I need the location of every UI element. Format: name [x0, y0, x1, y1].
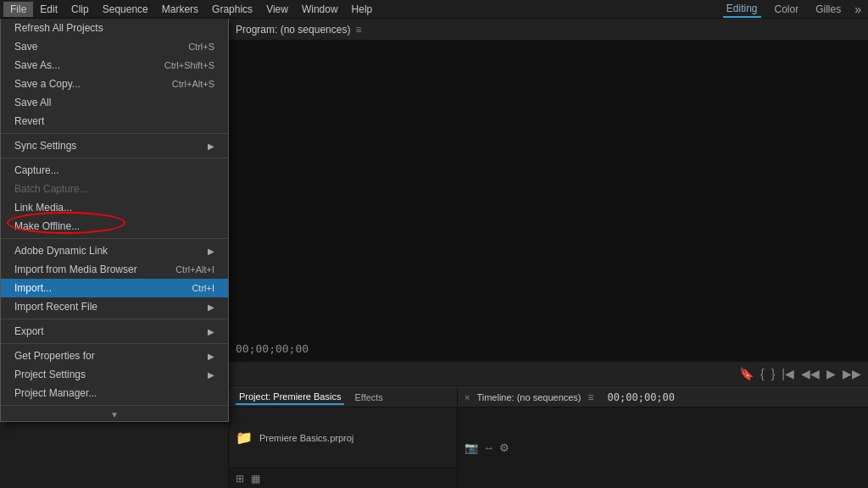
program-monitor-controls: 🔖 { } |◀ ◀◀ ▶ ▶▶ [229, 362, 868, 385]
menu-link-media[interactable]: Link Media... [1, 198, 228, 217]
project-bottom-bar: ⊞ ▦ [229, 468, 457, 488]
menu-graphics[interactable]: Graphics [205, 2, 259, 17]
menu-project-manager[interactable]: Project Manager... [1, 384, 228, 402]
project-folder-icon: 📁 [236, 430, 253, 446]
menu-file[interactable]: File [3, 2, 33, 17]
timeline-panel: × Timeline: (no sequences) ≡ 00;00;00;00… [458, 386, 868, 488]
workspace-color[interactable]: Color [771, 2, 803, 17]
menu-view[interactable]: View [259, 2, 295, 17]
dropdown-scroll-more: ▼ [1, 408, 228, 421]
menu-import-from-media-browser[interactable]: Import from Media Browser Ctrl+Alt+I [1, 260, 228, 279]
menu-project-settings[interactable]: Project Settings ▶ [1, 365, 228, 384]
tab-effects[interactable]: Effects [351, 391, 386, 404]
menu-capture[interactable]: Capture... [1, 161, 228, 180]
timeline-header: × Timeline: (no sequences) ≡ 00;00;00;00 [458, 387, 868, 408]
menu-batch-capture: Batch Capture... [1, 180, 228, 198]
workspace-bar: Editing Color Gilles » [723, 0, 868, 19]
workspace-expand-icon[interactable]: » [854, 3, 861, 16]
menu-import[interactable]: Import... Ctrl+I [1, 279, 228, 297]
pm-btn-play[interactable]: ▶ [826, 367, 836, 380]
project-content: 📁 Premiere Basics.prproj [229, 408, 457, 468]
menu-window[interactable]: Window [295, 2, 345, 17]
menu-refresh-all-projects[interactable]: Refresh All Projects [1, 19, 228, 37]
menu-save[interactable]: Save Ctrl+S [1, 37, 228, 56]
tab-project[interactable]: Project: Premiere Basics [236, 390, 344, 405]
menu-export[interactable]: Export ▶ [1, 322, 228, 341]
timeline-content: 📷 ↔ ⚙ [458, 408, 868, 488]
program-monitor: Program: (no sequences) ≡ 00;00;00;00 🔖 … [229, 19, 868, 386]
program-monitor-title: Program: (no sequences) [236, 24, 350, 36]
menu-save-as[interactable]: Save As... Ctrl+Shift+S [1, 56, 228, 75]
program-monitor-content: 00;00;00;00 [229, 41, 868, 362]
timeline-title: Timeline: (no sequences) [476, 392, 581, 402]
pm-btn-bookmark[interactable]: 🔖 [739, 367, 754, 380]
pm-btn-mark-out[interactable]: } [771, 367, 776, 380]
workspace-editing[interactable]: Editing [723, 1, 761, 18]
program-timecode: 00;00;00;00 [236, 342, 309, 355]
separator-3 [1, 238, 228, 239]
project-icon-view[interactable]: ▦ [251, 473, 260, 485]
menubar: File Edit Clip Sequence Markers Graphics… [0, 0, 868, 19]
workspace-user[interactable]: Gilles [812, 2, 844, 17]
menu-help[interactable]: Help [345, 2, 380, 17]
project-name-label: Premiere Basics.prproj [259, 433, 353, 443]
project-list-icon[interactable]: ⊞ [236, 473, 244, 485]
menu-edit[interactable]: Edit [33, 2, 64, 17]
tl-btn-camera[interactable]: 📷 [465, 441, 478, 454]
menu-sync-settings[interactable]: Sync Settings ▶ [1, 136, 228, 155]
menu-revert[interactable]: Revert [1, 112, 228, 130]
file-dropdown: Refresh All Projects Save Ctrl+S Save As… [0, 19, 229, 422]
pm-btn-mark-in[interactable]: { [760, 367, 765, 380]
project-panel: Project: Premiere Basics Effects 📁 Premi… [229, 386, 458, 488]
right-panel: Program: (no sequences) ≡ 00;00;00;00 🔖 … [229, 19, 868, 488]
pm-btn-go-to-in[interactable]: |◀ [782, 367, 794, 380]
bottom-section: Project: Premiere Basics Effects 📁 Premi… [229, 386, 868, 488]
menu-make-offline[interactable]: Make Offline... [1, 217, 228, 236]
program-monitor-header: Program: (no sequences) ≡ [229, 19, 868, 41]
program-monitor-menu-icon[interactable]: ≡ [355, 24, 361, 36]
menu-save-all[interactable]: Save All [1, 93, 228, 112]
menu-sequence[interactable]: Sequence [96, 2, 155, 17]
pm-btn-step-back[interactable]: ◀◀ [801, 367, 820, 380]
menu-save-copy[interactable]: Save a Copy... Ctrl+Alt+S [1, 75, 228, 93]
timeline-close-btn[interactable]: × [465, 392, 470, 402]
separator-6 [1, 405, 228, 406]
tl-btn-fit[interactable]: ↔ [483, 441, 494, 454]
separator-2 [1, 158, 228, 158]
left-panel: Refresh All Projects Save Ctrl+S Save As… [0, 19, 229, 488]
menu-get-properties[interactable]: Get Properties for ▶ [1, 347, 228, 365]
menu-clip[interactable]: Clip [64, 2, 96, 17]
tl-btn-settings[interactable]: ⚙ [499, 441, 509, 454]
pm-btn-step-fwd[interactable]: ▶▶ [843, 367, 861, 380]
menu-import-recent-file[interactable]: Import Recent File ▶ [1, 297, 228, 316]
main-layout: Refresh All Projects Save Ctrl+S Save As… [0, 19, 868, 488]
timeline-controls: 📷 ↔ ⚙ [465, 441, 509, 454]
separator-1 [1, 133, 228, 134]
menu-adobe-dynamic-link[interactable]: Adobe Dynamic Link ▶ [1, 241, 228, 260]
project-panel-header: Project: Premiere Basics Effects [229, 387, 457, 408]
timeline-menu-icon[interactable]: ≡ [588, 391, 594, 403]
separator-4 [1, 319, 228, 319]
separator-5 [1, 343, 228, 344]
timeline-timecode: 00;00;00;00 [608, 391, 675, 403]
menu-markers[interactable]: Markers [155, 2, 205, 17]
